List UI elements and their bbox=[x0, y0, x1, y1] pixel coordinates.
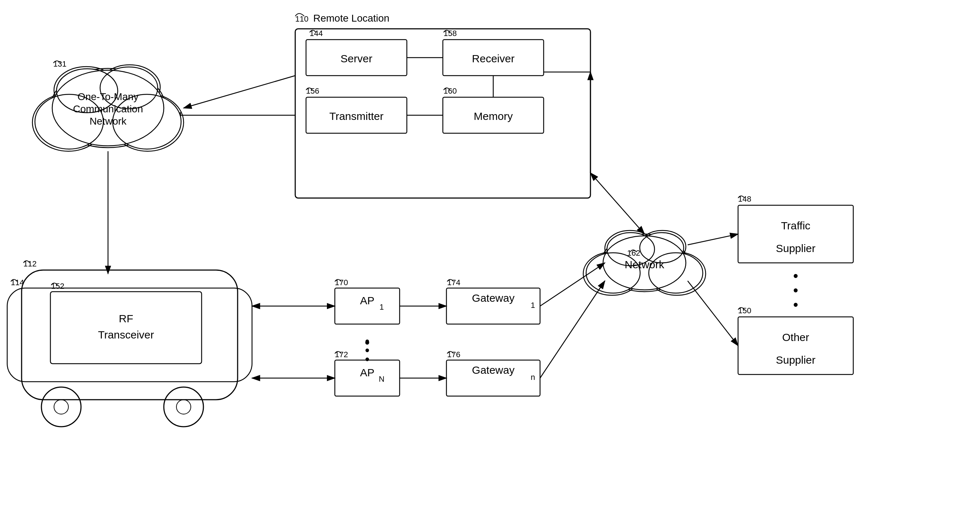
svg-line-63 bbox=[688, 234, 738, 245]
svg-line-64 bbox=[688, 281, 738, 346]
comm-network-line3: Network bbox=[90, 116, 127, 127]
receiver-label: Receiver bbox=[472, 53, 514, 64]
remote-location-ref: 110 bbox=[295, 14, 309, 24]
gatewayn-label: Gateway bbox=[472, 364, 514, 376]
server-label: Server bbox=[340, 53, 372, 64]
ap1-subscript: 1 bbox=[379, 303, 384, 312]
dots-3: • bbox=[793, 297, 798, 312]
apn-label: AP bbox=[360, 366, 374, 379]
gatewayn-subscript: n bbox=[531, 373, 535, 382]
svg-point-50 bbox=[164, 387, 204, 427]
svg-line-45 bbox=[184, 76, 295, 108]
svg-rect-10 bbox=[738, 317, 853, 374]
comm-network-cloud: One-To-Many Communication Network 131 bbox=[32, 59, 184, 151]
traffic-supplier-label-1: Traffic bbox=[781, 220, 810, 231]
other-supplier-label-1: Other bbox=[782, 331, 809, 343]
svg-point-48 bbox=[41, 387, 81, 427]
dots-2: • bbox=[793, 282, 798, 298]
transmitter-label: Transmitter bbox=[329, 110, 384, 122]
memory-label: Memory bbox=[474, 110, 513, 122]
svg-rect-9 bbox=[738, 205, 853, 263]
network-label: Network bbox=[625, 258, 665, 271]
rf-transceiver-label-2: Transceiver bbox=[98, 329, 154, 341]
gateway1-label: Gateway bbox=[472, 292, 514, 304]
gateway1-subscript: 1 bbox=[531, 301, 535, 310]
svg-line-65 bbox=[590, 173, 644, 234]
comm-network-line2: Communication bbox=[73, 104, 143, 115]
comm-network-line1: One-To-Many bbox=[77, 91, 138, 102]
svg-point-51 bbox=[177, 400, 191, 414]
vehicle: 112 114 152 RF Transceiver bbox=[7, 259, 252, 427]
ap1-label: AP bbox=[360, 295, 374, 306]
other-supplier-label-2: Supplier bbox=[776, 354, 816, 366]
ap-mid-dot3: • bbox=[365, 352, 370, 366]
remote-location-label: Remote Location bbox=[313, 13, 390, 24]
comm-network-ref: 131 bbox=[53, 59, 67, 68]
svg-rect-52 bbox=[50, 291, 202, 364]
traffic-supplier-label-2: Supplier bbox=[776, 242, 816, 254]
apn-subscript: N bbox=[379, 374, 385, 384]
svg-point-49 bbox=[54, 400, 68, 414]
rf-transceiver-label-1: RF bbox=[119, 312, 133, 325]
dots-1: • bbox=[793, 268, 798, 284]
svg-line-62 bbox=[540, 281, 605, 378]
